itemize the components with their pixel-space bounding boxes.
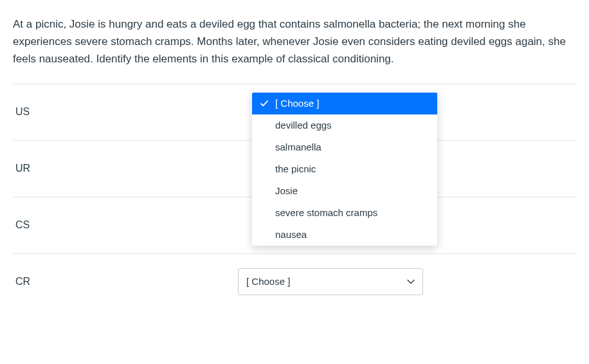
dropdown-option[interactable]: devilled eggs xyxy=(252,114,437,136)
row-label-ur: UR xyxy=(13,160,238,177)
dropdown-open-us[interactable]: [ Choose ] devilled eggs salmanella the … xyxy=(252,93,437,246)
dropdown-option-label: nausea xyxy=(275,227,307,242)
dropdown-option[interactable]: [ Choose ] xyxy=(252,93,437,114)
dropdown-option-label: severe stomach cramps xyxy=(275,205,377,221)
dropdown-option-label: devilled eggs xyxy=(275,118,332,133)
dropdown-option-label: Josie xyxy=(275,183,298,199)
row-label-us: US xyxy=(13,104,238,120)
dropdown-option-label: salmanella xyxy=(275,140,322,155)
dropdown-option[interactable]: severe stomach cramps xyxy=(252,202,437,224)
dropdown-option-label: [ Choose ] xyxy=(275,96,319,111)
select-value: [ Choose ] xyxy=(246,274,290,289)
dropdown-option[interactable]: nausea xyxy=(252,224,437,246)
row-label-cr: CR xyxy=(13,273,238,290)
dropdown-option[interactable]: Josie xyxy=(252,180,437,202)
dropdown-option-label: the picnic xyxy=(275,161,316,177)
question-text: At a picnic, Josie is hungry and eats a … xyxy=(13,15,576,68)
check-icon xyxy=(260,99,269,108)
matching-row: CR [ Choose ] xyxy=(13,253,576,310)
dropdown-option[interactable]: the picnic xyxy=(252,158,437,180)
dropdown-option[interactable]: salmanella xyxy=(252,136,437,158)
chevron-down-icon xyxy=(407,278,415,286)
select-cr[interactable]: [ Choose ] xyxy=(238,268,423,295)
matching-rows: US UR CS CR [ Choose ] [ Choose ] devill… xyxy=(13,84,576,310)
row-label-cs: CS xyxy=(13,217,238,233)
